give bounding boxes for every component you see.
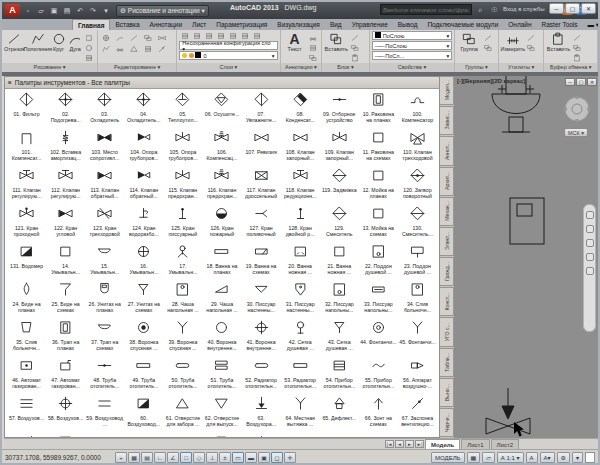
steering-wheel-icon[interactable] [586, 211, 594, 219]
palette-item[interactable] [281, 432, 320, 437]
palette-item[interactable]: 127. Кран поливочный [242, 204, 281, 242]
palette-item[interactable]: 49. Труба отопитель... [124, 356, 163, 394]
palette-item[interactable]: 50. Труба отопитель... [163, 356, 202, 394]
copy-clip-icon[interactable] [571, 43, 582, 52]
doc-minimize-button[interactable]: ─ [565, 78, 575, 86]
palette-item[interactable]: 115. Клапан предохран... [163, 166, 202, 204]
grid-toggle[interactable]: ▤ [141, 452, 153, 463]
polar-toggle[interactable]: ∠ [167, 452, 179, 463]
palette-item[interactable]: 03. Охладитель [85, 90, 124, 128]
palette-item[interactable]: 110. Клапан трехходовой [398, 128, 437, 166]
fillet-icon[interactable] [100, 44, 111, 53]
property-dropdown-2[interactable]: —— ПоСл...▾ [372, 51, 452, 60]
layer-dropdown[interactable]: 0▾ [179, 51, 277, 60]
palette-tab-Модел...[interactable]: Модел... [440, 76, 454, 105]
palette-item[interactable]: 05. Теплоутил... [163, 90, 202, 128]
palette-item[interactable]: 47. Автомат газирован... [46, 356, 85, 394]
snap-toggle[interactable]: ▦ [128, 452, 140, 463]
ribbon-tab-Аннотации[interactable]: Аннотации [145, 19, 188, 30]
panel-label[interactable]: Буфер обмена ▾ [544, 63, 597, 72]
hatch-icon[interactable] [84, 53, 95, 62]
palette-item[interactable] [85, 432, 124, 437]
palette-item[interactable]: 57. Воздухов... [7, 394, 46, 432]
palette-item[interactable]: 118. Клапан редукционн... [281, 166, 320, 204]
ribbon-tab-Визуализация[interactable]: Визуализация [272, 19, 325, 30]
group-edit-icon[interactable] [482, 43, 493, 52]
palette-item[interactable]: 116. Клапан предохран... [202, 166, 241, 204]
palette-item[interactable]: 08. Конденсат... [281, 90, 320, 128]
workspace-switcher[interactable]: ⚙ Рисование и аннотации ▾ [116, 5, 209, 17]
palette-item[interactable]: 64. Местная вытяжка ... [281, 394, 320, 432]
palette-item[interactable]: 130. Смеситель... [398, 204, 437, 242]
palette-item[interactable]: 02. Подогрева... [46, 90, 85, 128]
save-icon[interactable]: ▣ [48, 5, 60, 17]
ribbon-tab-Главная[interactable]: Главная [72, 19, 110, 30]
signin-user-icon[interactable]: ☉ [489, 4, 500, 15]
palette-item[interactable]: 23. Поддон душевой ... [398, 242, 437, 280]
palette-item[interactable]: 43. Сетка душевая ... [320, 318, 359, 356]
palette-item[interactable]: 106. Компенсац... [202, 128, 241, 166]
palette-item[interactable]: 54. Прибор отопительн... [320, 356, 359, 394]
palette-item[interactable]: 04. Охладитель... [124, 90, 163, 128]
palette-tab-Аннот...[interactable]: Аннот... [440, 136, 454, 165]
palette-item[interactable]: 11. Раковина на схемах [359, 128, 398, 166]
palette-item[interactable]: 117. Клапан дроссельный [242, 166, 281, 204]
model-space-button[interactable]: МОДЕЛЬ [431, 452, 464, 463]
table-icon[interactable] [308, 53, 319, 62]
palette-item[interactable]: 10. Раковина на планах [359, 90, 398, 128]
palette-item[interactable]: 01. Фильтр [7, 90, 46, 128]
maximize-button[interactable]: ▢ [565, 3, 580, 14]
palette-item[interactable]: 06. Осушите... [202, 90, 241, 128]
palette-item[interactable]: 07. Увлажните... [242, 90, 281, 128]
clean-screen-button[interactable] [585, 452, 595, 463]
qp-toggle[interactable]: ◻ [271, 452, 283, 463]
open-icon[interactable]: ▱ [35, 5, 47, 17]
palette-item[interactable] [242, 432, 281, 437]
redo-icon[interactable]: ↷ [87, 5, 99, 17]
palette-item[interactable]: 113. Клапан обратный... [85, 166, 124, 204]
text-button[interactable]: АТекст [283, 31, 307, 53]
zoom-icon[interactable] [586, 239, 594, 247]
search-icon[interactable]: ⌕ [475, 4, 486, 15]
drawing-canvas[interactable]: [-][Верхняя][2D каркас] ─▢✕ МСК ▾ [454, 76, 600, 438]
palette-item[interactable]: 100. Компенсатор [398, 90, 437, 128]
ducs-toggle[interactable]: ± [219, 452, 231, 463]
Круг-button[interactable]: Круг [51, 31, 67, 53]
trim-icon[interactable] [128, 33, 139, 42]
layout-quickview-button[interactable]: ▦ [467, 452, 481, 463]
stretch-icon[interactable] [114, 44, 125, 53]
palette-tab-Механ...[interactable]: Механ... [440, 197, 454, 226]
palette-item[interactable]: 19. Ванна на схемах [242, 242, 281, 280]
palette-item[interactable]: 34. Слив больничн... [398, 280, 437, 318]
autoscale-button[interactable]: А▾ [540, 452, 555, 463]
palette-item[interactable]: 16. Умывальн... [124, 242, 163, 280]
palette-tab-Гражд...[interactable]: Гражд... [440, 257, 454, 286]
palette-item[interactable]: 17. Умывальн... [163, 242, 202, 280]
palette-item[interactable]: 09. Отборное устройство [320, 90, 359, 128]
palette-item[interactable] [163, 432, 202, 437]
palette-item[interactable]: 42. Сетка душевая ... [281, 318, 320, 356]
palette-item[interactable]: 48. Труба отопитель... [85, 356, 124, 394]
layer-isolate-icon[interactable] [203, 31, 214, 40]
palette-item[interactable]: 27. Унитаз на схемах [124, 280, 163, 318]
dimension-icon[interactable] [308, 33, 319, 42]
rotate-icon[interactable] [114, 33, 125, 42]
cut-icon[interactable] [571, 33, 582, 42]
palette-item[interactable]: 53. Радиатор отопительн... [281, 356, 320, 394]
palette-item[interactable]: 39. Воронка спускная ... [163, 318, 202, 356]
erase-icon[interactable] [156, 44, 167, 53]
property-dropdown-1[interactable]: —— ПоСлою▾ [372, 41, 452, 50]
panel-label[interactable]: Группы ▾ [455, 63, 498, 72]
drawing-quickview-button[interactable]: ▱ [482, 452, 495, 463]
palette-item[interactable]: 31. Писсуар настенны... [281, 280, 320, 318]
palette-item[interactable]: 30. Писсуар настенны... [242, 280, 281, 318]
palette-header[interactable]: ≡ Палитры инструментов - Все палитры [5, 77, 439, 89]
palette-item[interactable]: 56. Аппарат воздушно-... [398, 356, 437, 394]
panel-label[interactable]: Блок ▾ [322, 63, 369, 72]
leader-icon[interactable] [308, 43, 319, 52]
palette-item[interactable]: 38. Воронка спускная ... [124, 318, 163, 356]
palette-item[interactable]: 102. Вставка амортизац... [46, 128, 85, 166]
panel-label[interactable]: Утилиты ▾ [499, 63, 544, 72]
Группы-big-button[interactable]: Группа [457, 31, 481, 53]
palette-tab-Черче...[interactable]: Черче... [440, 408, 454, 437]
